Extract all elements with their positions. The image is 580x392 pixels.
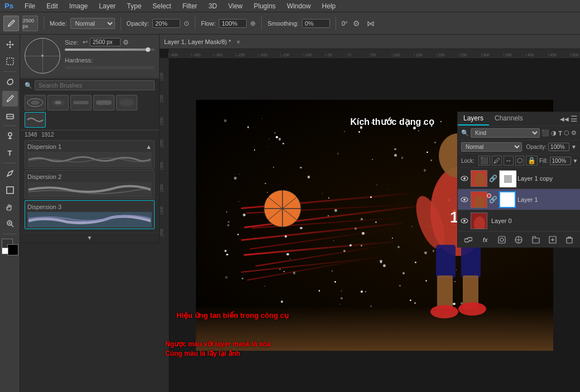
reset-size-icon[interactable]: ↩ — [83, 38, 88, 46]
svg-rect-24 — [436, 245, 456, 278]
opacity-input[interactable] — [152, 19, 180, 28]
panel-menu-icon[interactable]: ☰ — [571, 114, 578, 123]
brush-tool[interactable] — [2, 91, 18, 107]
scatter-particle — [224, 119, 227, 122]
angle-value: 0° — [342, 20, 348, 27]
svg-point-48 — [500, 238, 504, 241]
layer-type-icon-pixel[interactable]: ⬛ — [541, 129, 549, 137]
menu-file[interactable]: File — [22, 1, 37, 11]
menu-plugins[interactable]: Plugins — [252, 1, 278, 11]
mode-select[interactable]: Normal — [70, 18, 115, 29]
scatter-particle — [226, 211, 227, 212]
symmetry-icon[interactable]: ⋈ — [365, 18, 376, 29]
scatter-particle — [290, 259, 290, 259]
blend-mode-select[interactable]: Normal — [461, 142, 522, 152]
scatter-particle — [254, 149, 255, 151]
svg-point-2 — [7, 100, 8, 102]
canvas-tab-close[interactable]: × — [237, 38, 240, 45]
lock-pos-icon[interactable]: ↔ — [504, 156, 514, 166]
flow-input[interactable] — [219, 19, 247, 28]
opacity-value-input[interactable] — [548, 143, 569, 151]
adjustment-layer-btn[interactable] — [513, 234, 524, 245]
lock-pixel-icon[interactable]: ⬛ — [478, 156, 490, 166]
add-mask-btn[interactable] — [496, 234, 507, 245]
brush-thumb-2[interactable] — [47, 95, 69, 110]
layer-item-layer0[interactable]: Layer 0 — [458, 210, 580, 231]
eraser-tool[interactable] — [2, 108, 18, 123]
menu-image[interactable]: Image — [67, 1, 90, 11]
size-value-input[interactable] — [90, 38, 121, 46]
menu-bar: Ps File Edit Image Layer Type Select Fil… — [0, 0, 580, 12]
settings-icon[interactable]: ⚙ — [351, 18, 362, 29]
kind-select[interactable]: Kind — [471, 128, 540, 138]
menu-help[interactable]: Help — [320, 1, 338, 11]
layer-visibility-toggle-layer0[interactable] — [460, 216, 469, 225]
layers-lock-fill-row: Lock: ⬛ 🖊 ↔ ⬡ 🔒 Fill: ▼ — [458, 154, 580, 168]
menu-3d[interactable]: 3D — [206, 1, 219, 11]
brush-section-dispersion1[interactable]: Dispersion 1 ▲ — [25, 140, 155, 169]
rectangle-select-tool[interactable] — [2, 54, 18, 69]
layer-visibility-toggle-layer1copy[interactable] — [460, 174, 469, 183]
tab-layers[interactable]: Layers — [458, 112, 489, 125]
path-select-tool[interactable] — [2, 166, 18, 181]
panel-collapse-btn[interactable]: ▼ — [20, 233, 159, 243]
zoom-tool[interactable] — [2, 216, 18, 231]
layer-item-layer1copy[interactable]: 🔗 Layer 1 copy — [458, 168, 580, 189]
menu-view[interactable]: View — [226, 1, 245, 11]
ruler-tick-h-500: 500 — [571, 53, 580, 57]
brush-section-dispersion2[interactable]: Dispersion 2 — [25, 170, 155, 199]
layer-type-icon-text[interactable]: T — [558, 130, 562, 137]
chain-with-dot-1: 🔗 — [489, 196, 497, 204]
layer-type-icon-adjustment[interactable]: ◑ — [551, 129, 557, 137]
hardness-bar[interactable] — [65, 66, 155, 69]
menu-type[interactable]: Type — [124, 1, 143, 11]
menu-edit[interactable]: Edit — [44, 1, 60, 11]
lasso-tool[interactable] — [2, 74, 18, 90]
brush-settings-icon[interactable]: ⚙ — [123, 38, 129, 46]
brush-thumb-3[interactable] — [70, 95, 92, 110]
layer-item-layer1[interactable]: 🔗 Layer 1 — [458, 189, 580, 210]
new-layer-btn[interactable] — [547, 234, 558, 245]
rectangle-tool[interactable] — [2, 182, 18, 198]
link-layers-btn[interactable] — [463, 234, 474, 245]
menu-filter[interactable]: Filter — [180, 1, 200, 11]
group-btn[interactable] — [530, 234, 541, 245]
scatter-particle — [360, 126, 362, 128]
brush-thumb-6[interactable] — [25, 112, 46, 128]
fill-value-input[interactable] — [550, 157, 571, 165]
panel-collapse-icon[interactable]: ◀◀ — [560, 116, 569, 122]
delete-layer-btn[interactable] — [564, 234, 575, 245]
text-tool[interactable]: T — [2, 145, 18, 161]
clone-stamp-tool[interactable] — [2, 128, 18, 144]
brush-thumb-4[interactable] — [93, 95, 114, 110]
layer-type-icon-smart[interactable]: ⚙ — [571, 129, 577, 137]
brush-section-dispersion3[interactable]: Dispersion 3 — [25, 200, 155, 229]
menu-window[interactable]: Window — [285, 1, 313, 11]
layer-name-layer1copy: Layer 1 copy — [517, 175, 578, 182]
svg-rect-42 — [500, 192, 515, 207]
lock-all-icon[interactable]: 🔒 — [526, 156, 538, 166]
brush-thumb-1[interactable] — [25, 95, 46, 110]
lock-artboard-icon[interactable]: ⬡ — [515, 156, 524, 166]
layer-type-icon-shape[interactable]: ⬡ — [564, 129, 569, 137]
size-slider-track[interactable] — [65, 49, 155, 51]
brush-search-input[interactable] — [35, 80, 155, 90]
brush-thumb-5[interactable] — [116, 95, 137, 110]
brush-tool-icon[interactable] — [3, 16, 19, 31]
lock-draw-icon[interactable]: 🖊 — [492, 156, 502, 166]
color-swatches[interactable] — [2, 239, 18, 255]
ruler-tick-h--250: -250 — [236, 53, 258, 57]
scatter-particle — [279, 269, 280, 270]
brush-preview-strip-2 — [27, 182, 152, 197]
scatter-particle — [243, 214, 246, 216]
smoothing-input[interactable] — [302, 19, 330, 28]
menu-layer[interactable]: Layer — [97, 1, 118, 11]
hand-tool[interactable] — [2, 199, 18, 215]
scatter-particle — [372, 159, 373, 160]
layer-visibility-toggle-layer1[interactable] — [460, 195, 469, 204]
brush-size-quick[interactable]: 2500 px — [22, 16, 38, 31]
move-tool[interactable] — [2, 37, 18, 52]
tab-channels[interactable]: Channels — [489, 112, 529, 125]
menu-select[interactable]: Select — [150, 1, 173, 11]
fx-btn[interactable]: fx — [480, 234, 491, 245]
